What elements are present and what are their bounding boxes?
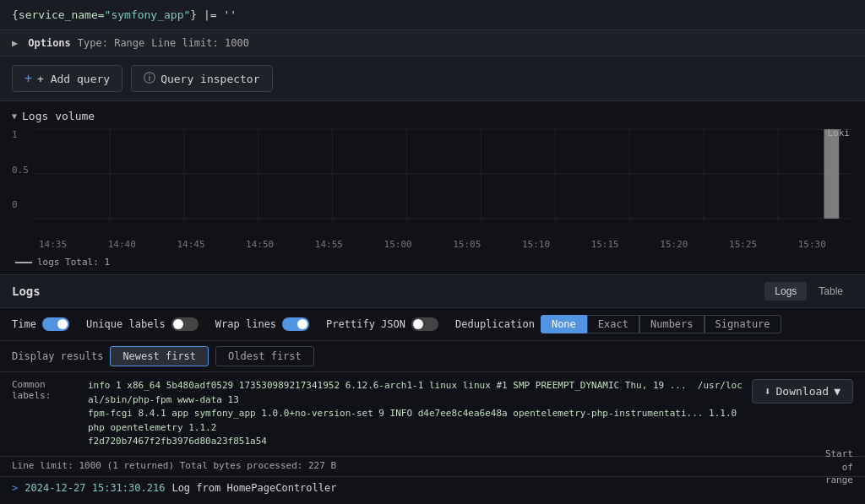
logs-body: Commonlabels: info 1 x86_64 5b480adf0529… bbox=[0, 372, 865, 499]
common-labels-key: Commonlabels: bbox=[12, 379, 79, 401]
newest-first-button[interactable]: Newest first bbox=[110, 346, 209, 366]
controls-row: Time Unique labels Wrap lines Prettify J… bbox=[0, 308, 865, 341]
add-query-button[interactable]: + + Add query bbox=[12, 65, 122, 92]
display-results-row: Display results Newest first Oldest firs… bbox=[0, 341, 865, 372]
toggle-knob-2 bbox=[173, 319, 183, 329]
y-label-0: 0 bbox=[12, 199, 29, 210]
query-inspector-button[interactable]: ⓘ Query inspector bbox=[131, 65, 272, 92]
logs-volume-title: Logs volume bbox=[22, 110, 95, 122]
prettify-json-toggle[interactable] bbox=[411, 317, 438, 331]
svg-rect-14 bbox=[824, 129, 839, 219]
options-type: Type: Range bbox=[78, 37, 144, 49]
chart-area: Loki 1 0.5 0 bbox=[12, 127, 853, 237]
options-label[interactable]: Options bbox=[28, 37, 71, 49]
chart-y-labels: 1 0.5 0 bbox=[12, 127, 29, 212]
unique-labels-control: Unique labels bbox=[86, 317, 199, 331]
chart-loki-label: Loki bbox=[828, 127, 851, 138]
chevron-right-icon: ▶ bbox=[12, 37, 18, 49]
time-label: Time bbox=[12, 318, 36, 330]
query-bar: {service_name="symfony_app"} |= '' bbox=[0, 0, 865, 30]
logs-volume-header[interactable]: ▼ Logs volume bbox=[12, 110, 853, 122]
download-chevron-icon: ▼ bbox=[834, 385, 841, 398]
dedup-buttons: None Exact Numbers Signature bbox=[541, 315, 781, 333]
dedup-none-button[interactable]: None bbox=[541, 315, 587, 333]
plus-icon: + bbox=[24, 71, 32, 86]
chart-svg bbox=[35, 127, 853, 220]
query-inspector-label: Query inspector bbox=[160, 73, 259, 85]
download-label: Download bbox=[776, 385, 830, 398]
dedup-label: Deduplication bbox=[455, 318, 535, 330]
log-entry[interactable]: > 2024-12-27 15:31:30.216 Log from HomeP… bbox=[0, 476, 865, 499]
query-text: {service_name="symfony_app"} |= '' bbox=[12, 8, 237, 21]
chart-x-labels: 14:35 14:40 14:45 14:50 14:55 15:00 15:0… bbox=[12, 237, 853, 253]
download-button[interactable]: ⬇ Download ▼ bbox=[752, 379, 853, 404]
line-limit-row: Line limit: 1000 (1 returned) Total byte… bbox=[0, 457, 865, 476]
start-of-range-label: Start of range bbox=[825, 447, 853, 486]
dedup-control: Deduplication None Exact Numbers Signatu… bbox=[455, 315, 781, 333]
wrap-lines-label: Wrap lines bbox=[215, 318, 276, 330]
logs-section: Logs Logs Table Time Unique labels Wrap … bbox=[0, 275, 865, 499]
add-query-label: + Add query bbox=[37, 73, 110, 85]
legend-text: logs Total: 1 bbox=[37, 257, 110, 268]
common-labels-area: Commonlabels: info 1 x86_64 5b480adf0529… bbox=[0, 372, 865, 457]
options-row: ▶ Options Type: Range Line limit: 1000 bbox=[0, 30, 865, 57]
display-results-label: Display results bbox=[12, 350, 103, 362]
y-label-05: 0.5 bbox=[12, 165, 29, 176]
logs-title: Logs bbox=[12, 285, 41, 298]
wrap-lines-control: Wrap lines bbox=[215, 317, 309, 331]
log-timestamp: 2024-12-27 15:31:30.216 bbox=[24, 482, 165, 494]
y-label-1: 1 bbox=[12, 129, 29, 140]
time-toggle[interactable] bbox=[42, 317, 69, 331]
dedup-signature-button[interactable]: Signature bbox=[705, 315, 781, 333]
toggle-knob bbox=[57, 319, 68, 329]
line-limit-text: Line limit: 1000 (1 returned) Total byte… bbox=[12, 460, 336, 471]
prettify-json-control: Prettify JSON bbox=[326, 317, 438, 331]
dedup-exact-button[interactable]: Exact bbox=[587, 315, 639, 333]
log-expand-icon[interactable]: > bbox=[12, 482, 18, 494]
prettify-json-label: Prettify JSON bbox=[326, 318, 405, 330]
view-tabs: Logs Table bbox=[764, 282, 853, 301]
unique-labels-label: Unique labels bbox=[86, 318, 166, 330]
dedup-numbers-button[interactable]: Numbers bbox=[639, 315, 705, 333]
info-icon: ⓘ bbox=[144, 71, 155, 86]
tab-logs[interactable]: Logs bbox=[764, 282, 807, 301]
tab-table[interactable]: Table bbox=[808, 282, 853, 301]
time-control: Time bbox=[12, 317, 69, 331]
toolbar: + + Add query ⓘ Query inspector bbox=[0, 57, 865, 101]
logs-volume-section: ▼ Logs volume Loki 1 0.5 0 bbox=[0, 101, 865, 275]
wrap-lines-toggle[interactable] bbox=[282, 317, 309, 331]
toggle-knob-3 bbox=[297, 319, 307, 329]
oldest-first-button[interactable]: Oldest first bbox=[215, 346, 314, 366]
common-labels-text: info 1 x86_64 5b480adf0529 1735309892173… bbox=[88, 379, 743, 449]
chevron-down-icon: ▼ bbox=[12, 111, 17, 121]
download-icon: ⬇ bbox=[764, 385, 771, 398]
unique-labels-toggle[interactable] bbox=[171, 317, 199, 331]
chart-legend: logs Total: 1 bbox=[12, 253, 853, 274]
log-message: Log from HomePageController bbox=[171, 482, 336, 494]
toggle-knob-4 bbox=[413, 319, 423, 329]
options-limit: Line limit: 1000 bbox=[151, 37, 249, 49]
logs-section-header: Logs Logs Table bbox=[0, 275, 865, 308]
legend-line-icon bbox=[15, 262, 32, 263]
